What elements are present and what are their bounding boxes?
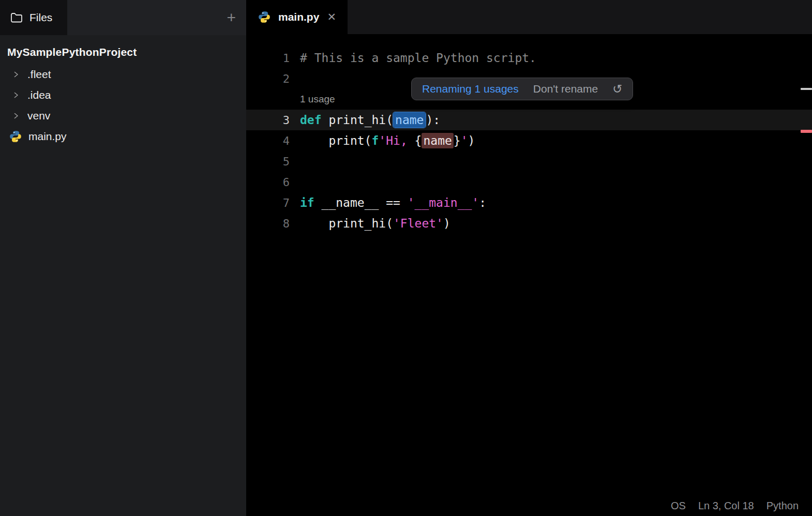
code-token: } xyxy=(454,134,461,147)
files-panel-header: Files + xyxy=(0,0,246,35)
rename-popup: Renaming 1 usages Don't rename ↺ xyxy=(411,78,633,100)
files-tab-label: Files xyxy=(29,11,52,24)
code-token: print_hi( xyxy=(300,217,393,230)
chevron-right-icon[interactable] xyxy=(12,112,20,119)
code-token: '__main__' xyxy=(408,196,479,209)
files-panel: Files + MySamplePythonProject .fleet.ide… xyxy=(0,0,246,516)
scrollbar-mark-error[interactable] xyxy=(801,130,812,133)
tree-item-.fleet[interactable]: .fleet xyxy=(0,64,246,85)
line-number: 5 xyxy=(246,155,290,168)
code-token: ): xyxy=(426,113,440,127)
code-text[interactable]: def print_hi(name): xyxy=(290,113,440,127)
chevron-right-icon[interactable] xyxy=(12,92,20,99)
status-language[interactable]: Python xyxy=(766,500,799,512)
code-token: def xyxy=(300,113,322,127)
line-number: 6 xyxy=(246,176,290,189)
code-token: print_hi( xyxy=(322,113,393,127)
chevron-right-icon[interactable] xyxy=(12,71,20,78)
line-number: 8 xyxy=(246,217,290,230)
code-text[interactable]: if __name__ == '__main__': xyxy=(290,196,486,209)
code-text[interactable]: print_hi('Fleet') xyxy=(290,217,450,230)
code-line-8[interactable]: 8 print_hi('Fleet') xyxy=(246,213,812,234)
code-token: if xyxy=(300,196,314,209)
status-cursor-position[interactable]: Ln 3, Col 18 xyxy=(698,500,754,512)
python-icon xyxy=(258,10,272,24)
tree-item-.idea[interactable]: .idea xyxy=(0,85,246,105)
tree-item-main.py[interactable]: main.py xyxy=(0,126,246,147)
rename-field[interactable]: name xyxy=(393,112,426,128)
code-line-3[interactable]: 3def print_hi(name): xyxy=(246,110,812,130)
code-token: ' xyxy=(461,134,468,147)
editor-pane: main.py ✕ 1# This is a sample Python scr… xyxy=(246,0,812,516)
code-token: 'Hi, xyxy=(379,134,414,147)
code-token: # This is a sample Python script. xyxy=(300,51,536,65)
tree-item-venv[interactable]: venv xyxy=(0,105,246,126)
code-line-4[interactable]: 4 print(f'Hi, {name}') xyxy=(246,130,812,151)
editor-tab-bar: main.py ✕ xyxy=(246,0,812,34)
code-text[interactable]: print(f'Hi, {name}') xyxy=(290,134,475,147)
tab-main-py[interactable]: main.py ✕ xyxy=(246,0,348,34)
tree-item-label: main.py xyxy=(28,130,67,143)
folder-icon xyxy=(10,12,23,23)
code-token: print( xyxy=(300,134,371,147)
scrollbar-mark-light[interactable] xyxy=(801,88,812,90)
tree-item-label: .fleet xyxy=(27,68,51,81)
code-token: ) xyxy=(468,134,475,147)
code-token: ) xyxy=(443,217,450,230)
revert-icon[interactable]: ↺ xyxy=(612,82,622,96)
fleet-window: Files + MySamplePythonProject .fleet.ide… xyxy=(0,0,812,516)
renaming-usages-button[interactable]: Renaming 1 usages xyxy=(422,83,519,95)
tab-label: main.py xyxy=(278,11,319,23)
code-line-6[interactable]: 6 xyxy=(246,172,812,192)
status-os[interactable]: OS xyxy=(671,500,686,512)
line-number: 1 xyxy=(246,52,290,65)
code-token: f xyxy=(371,134,379,147)
code-line-7[interactable]: 7if __name__ == '__main__': xyxy=(246,192,812,213)
dont-rename-button[interactable]: Don't rename xyxy=(533,83,598,95)
status-bar: OS Ln 3, Col 18 Python xyxy=(671,500,799,512)
code-token: 'Fleet' xyxy=(393,217,443,230)
line-number: 7 xyxy=(246,196,290,209)
code-text[interactable]: # This is a sample Python script. xyxy=(290,51,536,65)
usage-highlight: name xyxy=(422,133,453,148)
code-token: { xyxy=(415,134,422,147)
code-area[interactable]: 1# This is a sample Python script.21 usa… xyxy=(246,35,812,493)
code-token: : xyxy=(479,196,486,209)
line-number: 2 xyxy=(246,72,290,85)
code-line-1[interactable]: 1# This is a sample Python script. xyxy=(246,48,812,68)
code-line-5[interactable]: 5 xyxy=(246,151,812,172)
file-tree: .fleet.ideavenvmain.py xyxy=(0,64,246,147)
close-tab-icon[interactable]: ✕ xyxy=(327,11,336,23)
tree-item-label: .idea xyxy=(27,89,51,101)
tree-item-label: venv xyxy=(27,110,50,122)
files-tab[interactable]: Files xyxy=(0,0,67,35)
line-number: 4 xyxy=(246,134,290,147)
python-icon xyxy=(9,130,22,143)
usage-count-hint[interactable]: 1 usage xyxy=(300,94,335,105)
code-token: __name__ == xyxy=(314,196,408,209)
project-name[interactable]: MySamplePythonProject xyxy=(0,35,246,58)
line-number: 3 xyxy=(246,114,290,127)
add-file-button[interactable]: + xyxy=(227,10,236,25)
